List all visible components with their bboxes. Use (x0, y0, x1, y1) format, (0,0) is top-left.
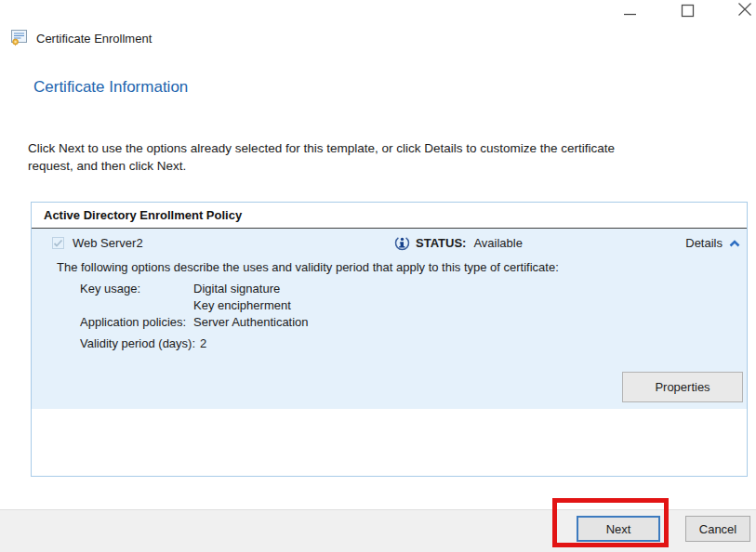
details-toggle[interactable]: Details (685, 236, 747, 250)
field-value: Key encipherment (193, 297, 291, 314)
properties-row: Properties (32, 372, 747, 409)
chevron-up-icon (729, 240, 740, 247)
policy-group-title: Active Directory Enrollment Policy (44, 208, 242, 222)
footer: Next Cancel (0, 509, 756, 552)
field-label: Validity period (days): (80, 335, 195, 352)
field-validity-period: Validity period (days): 2 (80, 335, 747, 352)
page-title: Certificate Information (33, 78, 188, 97)
policy-group-header: Active Directory Enrollment Policy (32, 203, 747, 229)
page-description-line1: Click Next to use the options already se… (28, 141, 615, 155)
status-label: STATUS: (416, 236, 466, 250)
certificate-enrollment-window: Certificate Enrollment Certificate Infor… (0, 0, 756, 552)
properties-button[interactable]: Properties (622, 372, 743, 402)
close-button[interactable] (735, 0, 755, 19)
template-fields: Key usage: Digital signature Key enciphe… (80, 281, 747, 352)
field-label-spacer (80, 297, 193, 314)
details-label: Details (685, 236, 723, 250)
template-row[interactable]: Web Server2 STATUS: Available Details (32, 229, 747, 251)
field-key-usage-2: Key encipherment (80, 297, 747, 314)
field-value: Digital signature (193, 281, 280, 297)
minimize-icon (623, 5, 637, 19)
field-value: Server Authentication (193, 314, 309, 331)
field-label: Key usage: (80, 281, 193, 297)
app-header: Certificate Enrollment (11, 30, 152, 46)
template-description: The following options describe the uses … (57, 260, 747, 274)
field-label: Application policies: (80, 314, 193, 331)
template-details-area: Web Server2 STATUS: Available Details (32, 229, 747, 409)
field-application-policies: Application policies: Server Authenticat… (80, 314, 747, 331)
panel-empty-area (32, 409, 747, 476)
maximize-button[interactable] (677, 1, 697, 20)
minimize-button[interactable] (619, 2, 640, 20)
certificate-icon (11, 30, 29, 46)
template-name: Web Server2 (73, 236, 394, 250)
page-description-line2: request, and then click Next. (28, 159, 186, 173)
cancel-button[interactable]: Cancel (685, 516, 750, 542)
template-checkbox[interactable] (52, 237, 64, 249)
page-description: Click Next to use the options already se… (28, 139, 744, 175)
maximize-icon (681, 4, 695, 18)
info-icon (394, 235, 410, 251)
app-title: Certificate Enrollment (36, 32, 152, 46)
next-button[interactable]: Next (577, 516, 660, 542)
status-group: STATUS: Available (394, 235, 523, 251)
close-icon (737, 2, 752, 17)
status-value: Available (473, 236, 523, 250)
checkmark-icon (53, 239, 63, 248)
enrollment-policy-panel: Active Directory Enrollment Policy Web S… (31, 202, 748, 477)
field-key-usage: Key usage: Digital signature (80, 281, 747, 297)
field-value: 2 (200, 335, 206, 352)
